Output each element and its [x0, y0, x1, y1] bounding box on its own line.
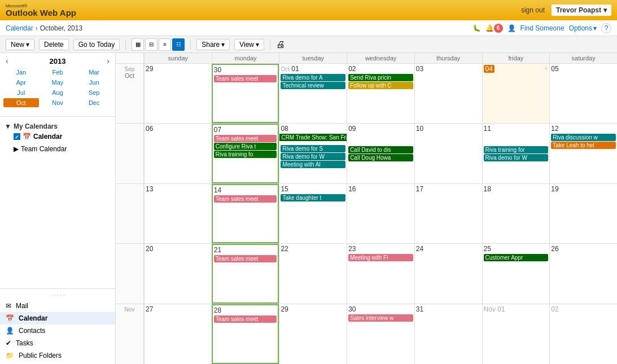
- day-oct26[interactable]: 26: [549, 244, 617, 303]
- event-team-sales-oct30[interactable]: Team sales meet: [214, 75, 277, 82]
- sidebar-nav-public-folders[interactable]: 📁 Public Folders: [0, 349, 115, 362]
- delete-button[interactable]: Delete: [39, 39, 69, 50]
- event-team-sales-oct07[interactable]: Team sales meet: [214, 135, 277, 142]
- user-name-button[interactable]: Trevor Poapst ▾: [552, 5, 611, 16]
- event-riva-demo-s-oct08[interactable]: Riva demo for S: [281, 145, 345, 152]
- crm-trade-show-event[interactable]: CRM Trade Show: San Francisco: [279, 134, 347, 141]
- day-oct10[interactable]: 10: [414, 124, 482, 183]
- goto-today-button[interactable]: Go to Today: [73, 39, 120, 50]
- day-oct05[interactable]: 05: [549, 64, 617, 123]
- day-oct20[interactable]: 20: [144, 244, 212, 303]
- day-nov02[interactable]: 02: [549, 304, 617, 364]
- event-customer-appr-oct25[interactable]: Customer Appr: [484, 254, 549, 261]
- event-riva-discussion-oct12[interactable]: Riva discussion w: [551, 134, 616, 141]
- event-team-sales-oct14[interactable]: Team sales meet: [214, 195, 277, 203]
- help-button[interactable]: ?: [601, 23, 611, 33]
- day-oct03[interactable]: 03: [414, 64, 482, 123]
- day-oct08[interactable]: 08 CRM Trade Show: San Francisco Riva de…: [279, 124, 347, 183]
- event-take-daughter-oct15[interactable]: Take daughter t: [281, 194, 345, 201]
- mini-month-may[interactable]: May: [40, 78, 76, 87]
- view-week-icon[interactable]: ≡: [159, 38, 171, 51]
- team-calendar-item[interactable]: ▶ Team Calendar: [5, 144, 111, 154]
- day-oct30b[interactable]: 30 Sales interview w: [347, 304, 414, 364]
- mini-month-oct[interactable]: Oct: [3, 98, 39, 107]
- event-call-david-oct09[interactable]: Call David to dis: [348, 146, 413, 154]
- event-configure-riva-oct07[interactable]: Configure Riva t: [214, 143, 277, 150]
- event-riva-training-oct07[interactable]: Riva training fo: [214, 151, 277, 158]
- share-button[interactable]: Share ▾: [196, 39, 230, 50]
- mini-month-mar[interactable]: Mar: [76, 68, 112, 77]
- day-oct22[interactable]: 22: [279, 244, 347, 303]
- event-riva-training-oct11[interactable]: Riva training for: [484, 146, 549, 154]
- event-sales-interview-oct30[interactable]: Sales interview w: [348, 314, 413, 322]
- event-send-riva-oct02[interactable]: Send Riva pricin: [348, 74, 413, 81]
- event-team-sales-oct28[interactable]: Team sales meet: [214, 315, 277, 323]
- sidebar-nav-tasks[interactable]: ✔ Tasks: [0, 337, 115, 349]
- event-riva-demo-oct11[interactable]: Riva demo for W: [484, 154, 549, 161]
- mini-month-jan[interactable]: Jan: [3, 68, 39, 77]
- day-oct06[interactable]: 06: [144, 124, 212, 183]
- sign-out-link[interactable]: sign out: [521, 6, 545, 14]
- my-calendars-header[interactable]: ▼ My Calendars: [5, 121, 111, 131]
- event-meeting-al-oct08[interactable]: Meeting with Al: [281, 161, 345, 168]
- day-oct07[interactable]: 07 Team sales meet Configure Riva t Riva…: [212, 124, 279, 183]
- day-oct11[interactable]: 11 Riva training for Riva demo for W: [482, 124, 550, 183]
- view-button[interactable]: View ▾: [234, 39, 264, 50]
- day-oct09[interactable]: 09 Call David to dis Call Doug Howa: [347, 124, 414, 183]
- day-oct27[interactable]: 27: [144, 304, 212, 364]
- day-sep29[interactable]: 29: [144, 64, 212, 123]
- sidebar-nav-contacts[interactable]: 👤 Contacts: [0, 324, 115, 337]
- day-oct02[interactable]: 02 Send Riva pricin Follow up with C: [347, 64, 414, 123]
- day-nov01[interactable]: Nov 01: [482, 304, 550, 364]
- new-button[interactable]: New ▾: [6, 39, 34, 50]
- mini-month-sep[interactable]: Sep: [76, 88, 112, 97]
- day-oct30[interactable]: 30 Team sales meet: [212, 64, 279, 123]
- day-oct01[interactable]: Oct 01 Riva demo for A Technical review: [279, 64, 347, 123]
- sidebar-nav-calendar[interactable]: 📅 Calendar: [0, 312, 115, 324]
- day-oct12[interactable]: 12 Riva discussion w Take Leah to hel: [549, 124, 617, 183]
- day-oct15[interactable]: 15 Take daughter t: [279, 184, 347, 243]
- event-call-doug-oct09[interactable]: Call Doug Howa: [348, 154, 413, 161]
- day-oct13[interactable]: 13: [144, 184, 212, 243]
- day-oct31[interactable]: 31: [414, 304, 482, 364]
- day-oct16[interactable]: 16: [347, 184, 414, 243]
- event-team-sales-oct21[interactable]: Team sales meet: [214, 255, 277, 262]
- mini-month-apr[interactable]: Apr: [3, 78, 39, 87]
- day-oct17[interactable]: 17: [414, 184, 482, 243]
- delete-label: Delete: [44, 41, 64, 49]
- event-take-leah-oct12[interactable]: Take Leah to hel: [551, 142, 616, 149]
- view-workweek-icon[interactable]: ⊟: [145, 38, 157, 51]
- mini-cal-next[interactable]: ›: [104, 56, 112, 65]
- day-oct29[interactable]: 29: [279, 304, 347, 364]
- breadcrumb-home[interactable]: Calendar: [6, 24, 33, 32]
- day-oct14[interactable]: 14 Team sales meet: [212, 184, 279, 243]
- notification-button[interactable]: 🔔 6: [485, 24, 503, 33]
- view-day-icon[interactable]: ▦: [132, 38, 144, 51]
- event-technical-review-oct01[interactable]: Technical review: [281, 82, 345, 89]
- print-button[interactable]: 🖨: [276, 40, 285, 50]
- mini-month-aug[interactable]: Aug: [40, 88, 76, 97]
- event-meeting-fi-oct23[interactable]: Meeting with Fi: [348, 254, 413, 261]
- day-oct23[interactable]: 23 Meeting with Fi: [347, 244, 414, 303]
- day-oct24[interactable]: 24: [414, 244, 482, 303]
- event-follow-up-oct02[interactable]: Follow up with C: [348, 82, 413, 89]
- event-riva-demo-oct01[interactable]: Riva demo for A: [281, 74, 345, 81]
- mini-month-jun[interactable]: Jun: [76, 78, 112, 87]
- day-oct18[interactable]: 18: [482, 184, 550, 243]
- day-oct25[interactable]: 25 Customer Appr: [482, 244, 550, 303]
- event-riva-demo-w-oct08[interactable]: Riva demo for W: [281, 153, 345, 160]
- mini-month-jul[interactable]: Jul: [3, 88, 39, 97]
- calendar-item[interactable]: ✓ 📅 Calendar: [5, 131, 111, 142]
- day-oct28[interactable]: 28 Team sales meet: [212, 304, 279, 364]
- day-oct04[interactable]: 04 ⌕: [482, 64, 550, 123]
- sidebar-nav-mail[interactable]: ✉ Mail: [0, 300, 115, 312]
- day-oct21[interactable]: 21 Team sales meet: [212, 244, 279, 303]
- find-someone-link[interactable]: Find Someone: [520, 24, 565, 32]
- day-oct19[interactable]: 19: [549, 184, 617, 243]
- mini-cal-prev[interactable]: ‹: [3, 56, 11, 65]
- mini-month-dec[interactable]: Dec: [76, 98, 112, 107]
- options-button[interactable]: Options ▾: [569, 24, 597, 32]
- mini-month-feb[interactable]: Feb: [40, 68, 76, 77]
- mini-month-nov[interactable]: Nov: [40, 98, 76, 107]
- view-month-icon[interactable]: ☷: [172, 38, 185, 51]
